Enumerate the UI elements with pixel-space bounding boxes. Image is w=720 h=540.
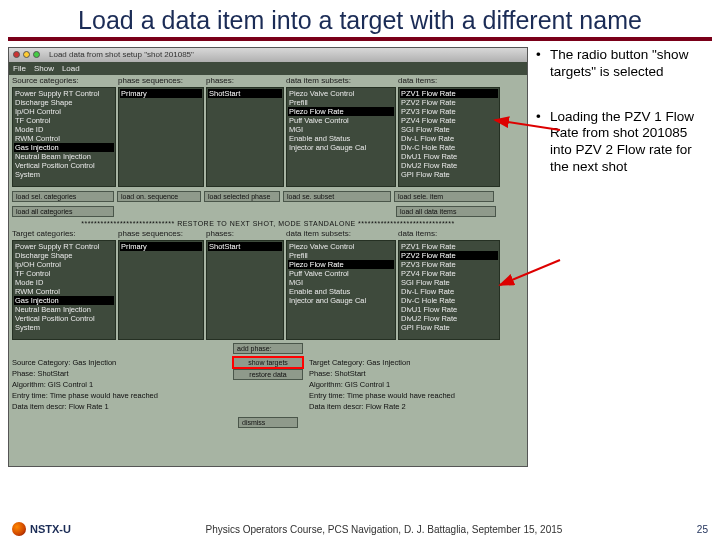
page-number: 25	[697, 524, 708, 535]
zoom-icon[interactable]	[33, 51, 40, 58]
logo-icon	[12, 522, 26, 536]
list-item[interactable]: PZV1 Flow Rate	[400, 89, 498, 98]
list-item[interactable]: Injector and Gauge Cal	[288, 296, 394, 305]
dismiss-button[interactable]: dismiss	[238, 417, 298, 428]
list-item[interactable]: Gas Injection	[14, 143, 114, 152]
list-item[interactable]: Mode ID	[14, 125, 114, 134]
list-item[interactable]: Div-L Flow Rate	[400, 287, 498, 296]
list-item[interactable]: DivU2 Flow Rate	[400, 314, 498, 323]
list-item[interactable]: Injector and Gauge Cal	[288, 143, 394, 152]
menu-load[interactable]: Load	[62, 64, 80, 73]
list-item[interactable]: GPI Flow Rate	[400, 170, 498, 179]
hdr-subsets: data item subsets:	[286, 76, 396, 85]
load-se-subset-button[interactable]: load se. subset	[283, 191, 391, 202]
show-targets-button[interactable]: show targets	[233, 357, 303, 368]
target-info: Target Category: Gas Injection Phase: Sh…	[309, 357, 524, 412]
list-item[interactable]: SGI Flow Rate	[400, 278, 498, 287]
list-item[interactable]: Piezo Flow Rate	[288, 107, 394, 116]
list-item[interactable]: Div-C Hole Rate	[400, 296, 498, 305]
tgt-items-list[interactable]: PZV1 Flow RatePZV2 Flow RatePZV3 Flow Ra…	[398, 240, 500, 340]
list-item[interactable]: Discharge Shape	[14, 98, 114, 107]
restore-data-button[interactable]: restore data	[233, 369, 303, 380]
list-item[interactable]: PZV2 Flow Rate	[400, 251, 498, 260]
list-item[interactable]: Puff Valve Control	[288, 269, 394, 278]
list-item[interactable]: Ip/OH Control	[14, 260, 114, 269]
src-items-list[interactable]: PZV1 Flow RatePZV2 Flow RatePZV3 Flow Ra…	[398, 87, 500, 187]
list-item[interactable]: PZV4 Flow Rate	[400, 269, 498, 278]
load-selected-phase-button[interactable]: load selected phase	[204, 191, 280, 202]
load-sel-cat-button[interactable]: load sel. categories	[12, 191, 114, 202]
list-item[interactable]: Power Supply RT Control	[14, 89, 114, 98]
list-item[interactable]: TF Control	[14, 269, 114, 278]
target-row: Power Supply RT ControlDischarge ShapeIp…	[9, 238, 527, 342]
list-item[interactable]: Div-L Flow Rate	[400, 134, 498, 143]
list-item[interactable]: DivU1 Flow Rate	[400, 152, 498, 161]
list-item[interactable]: Discharge Shape	[14, 251, 114, 260]
list-item[interactable]: Div-C Hole Rate	[400, 143, 498, 152]
tgt-seq-list[interactable]: Primary	[118, 240, 204, 340]
bullet-2: Loading the PZV 1 Flow Rate from shot 20…	[536, 109, 706, 177]
list-item[interactable]: Enable and Status	[288, 134, 394, 143]
src-cat-list[interactable]: Power Supply RT ControlDischarge ShapeIp…	[12, 87, 116, 187]
hdr-tgt-cat: Target categories:	[12, 229, 116, 238]
list-item[interactable]: GPI Flow Rate	[400, 323, 498, 332]
annotation-panel: The radio button "show targets" is selec…	[536, 47, 706, 467]
list-item[interactable]: TF Control	[14, 116, 114, 125]
list-item[interactable]: Mode ID	[14, 278, 114, 287]
close-icon[interactable]	[13, 51, 20, 58]
list-item[interactable]: Piezo Valve Control	[288, 242, 394, 251]
load-on-seq-button[interactable]: load on. sequence	[117, 191, 201, 202]
list-item[interactable]: MGI	[288, 125, 394, 134]
list-item[interactable]: PZV2 Flow Rate	[400, 98, 498, 107]
load-all-items-button[interactable]: load all data items	[396, 206, 496, 217]
list-item[interactable]: Neutral Beam Injection	[14, 305, 114, 314]
list-item[interactable]: ShotStart	[208, 242, 282, 251]
menu-show[interactable]: Show	[34, 64, 54, 73]
list-item[interactable]: Puff Valve Control	[288, 116, 394, 125]
hdr-phases2: phases:	[206, 229, 284, 238]
list-item[interactable]: DivU1 Flow Rate	[400, 305, 498, 314]
load-all-cat-button[interactable]: load all categories	[12, 206, 114, 217]
list-item[interactable]: PZV3 Flow Rate	[400, 107, 498, 116]
add-phase-button[interactable]: add phase:	[233, 343, 303, 354]
list-item[interactable]: Ip/OH Control	[14, 107, 114, 116]
minimize-icon[interactable]	[23, 51, 30, 58]
slide-title: Load a data item into a target with a di…	[0, 0, 720, 37]
list-item[interactable]: Prefill	[288, 98, 394, 107]
tgt-cat-list[interactable]: Power Supply RT ControlDischarge ShapeIp…	[12, 240, 116, 340]
list-item[interactable]: RWM Control	[14, 287, 114, 296]
list-item[interactable]: Enable and Status	[288, 287, 394, 296]
list-item[interactable]: System	[14, 323, 114, 332]
hdr-ph-seq: phase sequences:	[118, 76, 204, 85]
list-item[interactable]: RWM Control	[14, 134, 114, 143]
list-item[interactable]: Piezo Flow Rate	[288, 260, 394, 269]
list-item[interactable]: Gas Injection	[14, 296, 114, 305]
list-item[interactable]: Vertical Position Control	[14, 161, 114, 170]
list-item[interactable]: Primary	[120, 89, 202, 98]
window-title: Load data from shot setup "shot 201085"	[49, 50, 194, 59]
list-item[interactable]: Power Supply RT Control	[14, 242, 114, 251]
menu-file[interactable]: File	[13, 64, 26, 73]
hdr-src-cat: Source categories:	[12, 76, 116, 85]
list-item[interactable]: System	[14, 170, 114, 179]
list-item[interactable]: Prefill	[288, 251, 394, 260]
list-item[interactable]: Primary	[120, 242, 202, 251]
list-item[interactable]: ShotStart	[208, 89, 282, 98]
list-item[interactable]: PZV4 Flow Rate	[400, 116, 498, 125]
list-item[interactable]: PZV3 Flow Rate	[400, 260, 498, 269]
load-sele-item-button[interactable]: load sele. item	[394, 191, 494, 202]
list-item[interactable]: SGI Flow Rate	[400, 125, 498, 134]
list-item[interactable]: PZV1 Flow Rate	[400, 242, 498, 251]
list-item[interactable]: Neutral Beam Injection	[14, 152, 114, 161]
list-item[interactable]: Piezo Valve Control	[288, 89, 394, 98]
src-seq-list[interactable]: Primary	[118, 87, 204, 187]
list-item[interactable]: DivU2 Flow Rate	[400, 161, 498, 170]
src-phase-list[interactable]: ShotStart	[206, 87, 284, 187]
src-subset-list[interactable]: Piezo Valve ControlPrefillPiezo Flow Rat…	[286, 87, 396, 187]
list-item[interactable]: Vertical Position Control	[14, 314, 114, 323]
hdr-items: data items:	[398, 76, 500, 85]
tgt-phase-list[interactable]: ShotStart	[206, 240, 284, 340]
tgt-subset-list[interactable]: Piezo Valve ControlPrefillPiezo Flow Rat…	[286, 240, 396, 340]
list-item[interactable]: MGI	[288, 278, 394, 287]
logo: NSTX-U	[12, 522, 71, 536]
